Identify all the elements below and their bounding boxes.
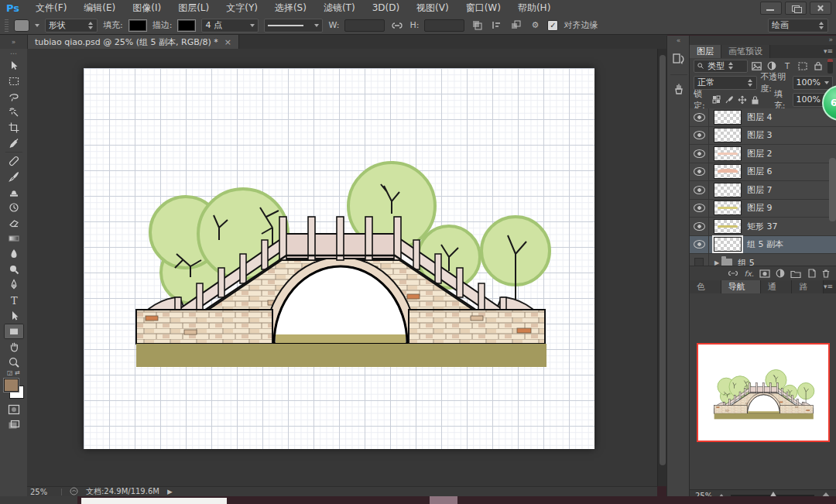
menu-layer[interactable]: 图层(L) (170, 0, 218, 16)
artboard[interactable] (84, 68, 594, 449)
path-selection-tool[interactable] (4, 308, 24, 324)
visibility-eye-icon[interactable] (694, 113, 705, 122)
menu-file[interactable]: 文件(F) (27, 0, 75, 16)
swap-colors-icon[interactable]: ◲ ⇄ (4, 370, 24, 376)
new-layer-icon[interactable] (807, 269, 816, 278)
layer-row[interactable]: 图层 9 (690, 200, 836, 218)
lock-all-icon[interactable] (751, 94, 759, 105)
dock-collapse-icon[interactable]: « (677, 36, 681, 45)
tab-navigator[interactable]: 导航器 (721, 280, 761, 293)
group-expand-caret-icon[interactable]: ▶ (714, 259, 719, 266)
navigator-menu-icon[interactable]: ▾≡ (824, 280, 836, 293)
lock-paint-icon[interactable] (725, 94, 734, 105)
layer-thumbnail[interactable] (714, 201, 742, 215)
toolbar-collapse-icon[interactable]: » (0, 35, 28, 49)
layer-row[interactable]: 图层 7 (690, 181, 836, 200)
magic-wand-tool[interactable] (4, 105, 24, 120)
hand-tool[interactable] (4, 339, 24, 355)
stroke-style-dropdown[interactable] (264, 19, 323, 33)
filter-kind-dropdown[interactable]: 类型 (694, 60, 748, 73)
blur-tool[interactable] (4, 246, 24, 262)
menu-edit[interactable]: 编辑(E) (75, 0, 124, 16)
layer-row[interactable]: 图层 4 (690, 108, 836, 127)
geometry-options-gear-icon[interactable]: ⚙ (528, 19, 542, 32)
canvas-area[interactable] (27, 49, 657, 486)
link-layers-icon[interactable] (728, 269, 738, 277)
visibility-eye-icon[interactable] (694, 131, 705, 139)
stroke-swatch[interactable] (177, 19, 196, 32)
filter-toggle-switch[interactable] (827, 59, 833, 74)
rectangle-tool[interactable] (4, 324, 24, 339)
close-button[interactable] (810, 2, 831, 15)
menu-image[interactable]: 图像(I) (124, 0, 170, 16)
tools-panel-grip[interactable]: ⋯ (10, 49, 17, 58)
navigator-proxy-view[interactable] (697, 343, 830, 442)
layer-thumbnail[interactable] (714, 128, 742, 142)
layer-thumbnail[interactable] (714, 164, 742, 179)
path-operations-icon[interactable] (470, 19, 484, 32)
eraser-tool[interactable] (4, 215, 24, 231)
layer-styles-fx-icon[interactable]: fx. (744, 269, 754, 278)
add-layer-mask-icon[interactable] (759, 269, 770, 278)
tab-channels[interactable]: 通道 (761, 280, 793, 293)
layer-row[interactable]: 矩形 37 (690, 218, 836, 236)
shape-filter-icon[interactable] (797, 60, 809, 72)
menu-type[interactable]: 文字(Y) (218, 0, 266, 16)
quick-mask-icon[interactable] (4, 402, 24, 417)
layer-thumbnail[interactable] (714, 183, 742, 197)
workspace-dropdown[interactable]: 绘画 (768, 19, 828, 33)
smart-object-filter-icon[interactable] (812, 60, 824, 72)
adjustment-filter-icon[interactable] (766, 60, 778, 72)
layer-row-group[interactable]: ▶ 组 5 (690, 254, 836, 266)
new-group-icon[interactable] (790, 269, 801, 278)
screen-mode-icon[interactable] (4, 417, 24, 433)
gradient-tool[interactable] (4, 231, 24, 246)
brush-presets-panel-icon[interactable] (670, 80, 688, 98)
tab-paths[interactable]: 路径 (792, 280, 824, 293)
delete-layer-trash-icon[interactable] (821, 269, 831, 278)
new-adjustment-layer-icon[interactable] (776, 269, 785, 278)
rectangular-marquee-tool[interactable] (4, 74, 24, 89)
dodge-tool[interactable] (4, 262, 24, 277)
document-close-icon[interactable]: × (224, 37, 231, 47)
lasso-tool[interactable] (4, 89, 24, 105)
layers-scrollbar[interactable] (829, 158, 836, 221)
lock-move-icon[interactable] (738, 94, 747, 105)
pen-tool[interactable] (4, 277, 24, 293)
visibility-checkbox-empty[interactable] (694, 258, 704, 266)
visibility-eye-icon[interactable] (694, 186, 705, 194)
tab-brush-presets[interactable]: 画笔预设 (721, 45, 770, 58)
panel-collapse-header[interactable]: » (690, 36, 836, 45)
path-alignment-icon[interactable] (489, 19, 503, 32)
width-input[interactable] (344, 19, 385, 32)
menu-select[interactable]: 选择(S) (266, 0, 315, 16)
eyedropper-tool[interactable] (4, 135, 24, 151)
status-zoom-field[interactable]: 25% (30, 488, 53, 496)
history-brush-tool[interactable] (4, 200, 24, 215)
menu-window[interactable]: 窗口(W) (457, 0, 509, 16)
history-panel-icon[interactable] (670, 50, 688, 68)
crop-tool[interactable] (4, 120, 24, 135)
status-flyout-button[interactable]: ▶ (167, 488, 173, 495)
tab-layers[interactable]: 图层 (690, 45, 721, 58)
fill-swatch[interactable] (128, 19, 147, 32)
visibility-eye-icon[interactable] (694, 222, 705, 231)
type-filter-icon[interactable]: T (781, 60, 793, 72)
layer-row-selected[interactable]: 组 5 副本 (690, 236, 836, 255)
minimize-button[interactable] (760, 2, 782, 15)
link-dimensions-icon[interactable] (390, 19, 404, 32)
layer-row[interactable]: 图层 2 (690, 145, 836, 163)
menu-3d[interactable]: 3D(D) (364, 0, 408, 16)
tab-swatches[interactable]: 色板 (690, 280, 721, 293)
pixel-layer-filter-icon[interactable] (751, 60, 763, 72)
menu-view[interactable]: 视图(V) (408, 0, 457, 16)
visibility-eye-icon[interactable] (694, 240, 705, 249)
menu-help[interactable]: 帮助(H) (509, 0, 559, 16)
brush-tool[interactable] (4, 169, 24, 184)
zoom-tool[interactable] (4, 355, 24, 370)
tool-preset-caret-icon[interactable] (35, 24, 39, 27)
type-tool[interactable]: T (4, 293, 24, 308)
move-tool[interactable] (4, 58, 24, 74)
layer-thumbnail[interactable] (714, 110, 742, 125)
height-input[interactable] (424, 19, 464, 32)
